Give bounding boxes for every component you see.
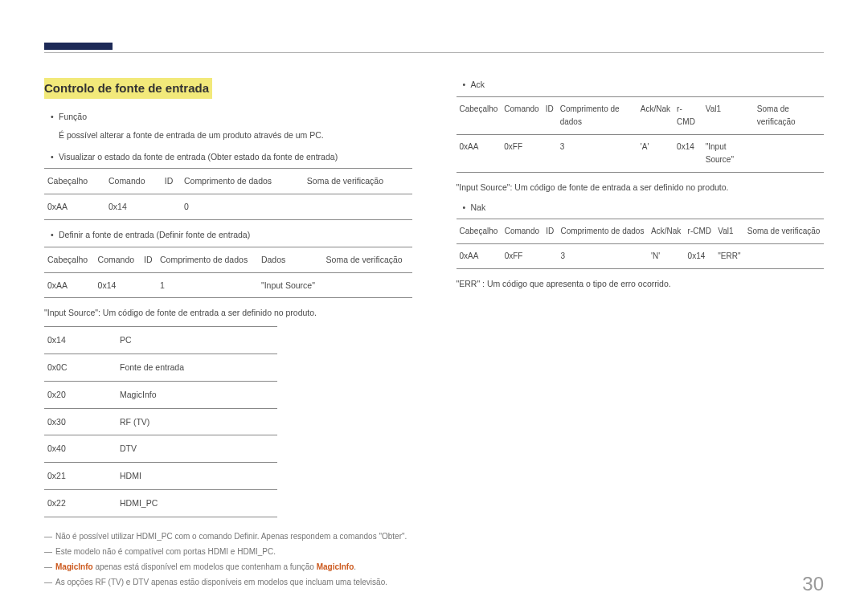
note3-magic1: MagicInfo (55, 562, 93, 571)
td (141, 272, 157, 298)
td: Fonte de entrada (117, 353, 277, 381)
note1: Não é possível utilizar HDMI_PC com o co… (55, 532, 407, 541)
bullet-view-state: •Visualizar o estado da fonte de entrada… (44, 150, 412, 164)
td: 0xAA (44, 194, 105, 220)
td (323, 272, 412, 298)
td: 0x14 (95, 272, 141, 298)
td: 0x20 (44, 381, 117, 408)
td: 0xFF (501, 134, 542, 172)
td: MagicInfo (117, 381, 277, 408)
td: "Input Source" (258, 272, 323, 298)
right-column: •Ack Cabeçalho Comando ID Comprimento de… (457, 78, 825, 590)
td (744, 244, 824, 269)
bullet-ack: •Ack (457, 78, 825, 92)
td: HDMI_PC (117, 489, 277, 517)
left-column: Controlo de fonte de entrada •Função É p… (44, 78, 412, 590)
td: 0x22 (44, 489, 117, 517)
table-row: 0x30RF (TV) (44, 408, 277, 435)
input-source-desc: "Input Source": Um código de fonte de en… (44, 306, 412, 320)
table-source-codes: 0x14PC 0x0CFonte de entrada 0x20MagicInf… (44, 326, 277, 517)
td: 0x30 (44, 408, 117, 435)
note-line: ―Não é possível utilizar HDMI_PC com o c… (44, 529, 412, 544)
page-number: 30 (802, 573, 824, 595)
td: 0x21 (44, 463, 117, 490)
th: Soma de verificação (323, 247, 412, 272)
notes-block: ―Não é possível utilizar HDMI_PC com o c… (44, 529, 412, 590)
td (304, 194, 412, 220)
td (542, 244, 557, 269)
table-row: 0xAA 0x14 0 (44, 194, 412, 220)
td (162, 194, 181, 220)
td: 0x14 (685, 244, 715, 269)
note-line: ―As opções RF (TV) e DTV apenas estão di… (44, 574, 412, 590)
func-label: Função (59, 112, 87, 121)
th: Cabeçalho (457, 96, 502, 134)
td: 1 (157, 272, 258, 298)
td: 0xFF (502, 244, 543, 269)
td: 0xAA (457, 134, 502, 172)
note-line: ―MagicInfo apenas está disponível em mod… (44, 559, 412, 574)
table-row: 0x21HDMI (44, 463, 277, 490)
nak-label: Nak (471, 202, 486, 212)
td: 3 (557, 134, 637, 172)
table-row: 0x14PC (44, 327, 277, 354)
note3-mid: apenas está disponível em modelos que co… (93, 562, 317, 571)
note4: As opções RF (TV) e DTV apenas estão dis… (55, 578, 387, 586)
th: Ack/Nak (637, 96, 674, 134)
note-line: ―Este modelo não é compatível com portas… (44, 544, 412, 559)
td: 0x14 (44, 327, 117, 354)
td: "Input Source" (702, 134, 754, 172)
td: 0x40 (44, 435, 117, 463)
th: ID (542, 96, 557, 134)
td: 3 (557, 244, 648, 269)
td: 0x14 (105, 194, 162, 220)
table-row: 0xAA 0xFF 3 'A' 0x14 "Input Source" (457, 134, 825, 172)
td: 0xAA (44, 272, 95, 298)
view-state-text: Visualizar o estado da fonte de entrada … (59, 152, 338, 161)
th: r-CMD (674, 96, 702, 134)
set-source-text: Definir a fonte de entrada (Definir font… (59, 230, 250, 239)
func-desc: É possível alterar a fonte de entrada de… (44, 129, 412, 142)
th: Comprimento de dados (557, 219, 648, 244)
td: "ERR" (714, 244, 743, 269)
th: Comando (502, 219, 543, 244)
bullet-nak: •Nak (457, 201, 825, 215)
th: Comprimento de dados (181, 169, 304, 194)
th: Soma de verificação (744, 219, 824, 244)
table-nak: Cabeçalho Comando ID Comprimento de dado… (457, 219, 825, 269)
td: 0x0C (44, 353, 117, 381)
th: Comando (105, 169, 162, 194)
bullet-set-source: •Definir a fonte de entrada (Definir fon… (44, 228, 412, 242)
th: Cabeçalho (44, 169, 105, 194)
table-row: 0xAA 0xFF 3 'N' 0x14 "ERR" (457, 244, 825, 269)
td: PC (117, 327, 277, 354)
td: RF (TV) (117, 408, 277, 435)
table-row: 0x0CFonte de entrada (44, 353, 277, 381)
content-columns: Controlo de fonte de entrada •Função É p… (44, 78, 824, 590)
td: 0xAA (457, 244, 502, 269)
th: Soma de verificação (754, 96, 824, 134)
th: Val1 (702, 96, 754, 134)
table-row: 0x22HDMI_PC (44, 489, 277, 517)
th: Comprimento de dados (157, 247, 258, 272)
td: DTV (117, 435, 277, 463)
td: 0x14 (674, 134, 702, 172)
th: Val1 (714, 219, 743, 244)
ack-label: Ack (471, 80, 485, 89)
accent-bar (44, 43, 113, 50)
th: Comprimento de dados (557, 96, 637, 134)
note3-magic2: MagicInfo (317, 562, 354, 571)
note2: Este modelo não é compatível com portas … (55, 547, 276, 556)
th: Dados (258, 247, 323, 272)
td: 0 (181, 194, 304, 220)
th: ID (542, 219, 557, 244)
table-ack: Cabeçalho Comando ID Comprimento de dado… (457, 96, 825, 173)
table-set-source: Cabeçalho Comando ID Comprimento de dado… (44, 247, 412, 299)
th: r-CMD (685, 219, 715, 244)
td: HDMI (117, 463, 277, 490)
th: Ack/Nak (648, 219, 685, 244)
section-heading: Controlo de fonte de entrada (44, 78, 212, 99)
th: Cabeçalho (44, 247, 95, 272)
td: 'A' (637, 134, 674, 172)
table-row: 0x20MagicInfo (44, 381, 277, 408)
